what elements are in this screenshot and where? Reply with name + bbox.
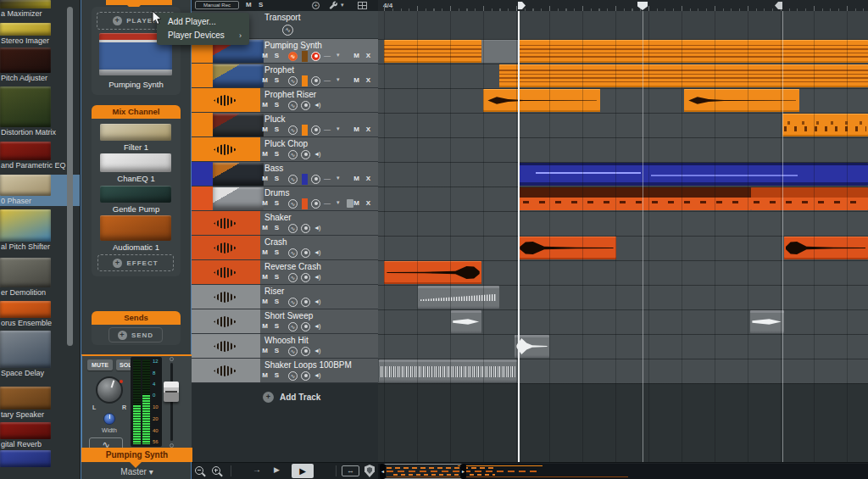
track-mute-button[interactable]: M xyxy=(259,175,270,182)
clip-orangewave[interactable] xyxy=(483,89,600,112)
record-arm-icon[interactable] xyxy=(301,371,310,381)
record-arm-icon[interactable] xyxy=(301,224,310,233)
clip-redreverse[interactable] xyxy=(384,261,481,284)
browser-item-tary-speaker[interactable]: tary Speaker xyxy=(0,387,81,420)
track-mute-button[interactable]: M xyxy=(259,125,270,133)
arrow-play-tool-icon[interactable]: ▶ xyxy=(274,465,280,474)
track-mute-button[interactable]: M xyxy=(259,371,270,379)
zoom-in-icon[interactable] xyxy=(212,466,220,475)
track-header-bass[interactable]: BassMS∿—▾MX xyxy=(192,162,378,187)
track-mute-button[interactable]: M xyxy=(259,248,270,256)
shield-icon[interactable] xyxy=(364,465,375,477)
clip-reddecay[interactable] xyxy=(784,237,868,259)
record-arm-icon[interactable] xyxy=(301,150,310,159)
add-track-button[interactable]: + Add Track xyxy=(263,391,320,403)
track-color-swatch[interactable] xyxy=(302,125,308,136)
track-mute-button[interactable]: M xyxy=(259,150,270,158)
selected-channel-banner[interactable]: Pumping Synth xyxy=(81,448,192,462)
track-color-swatch[interactable] xyxy=(302,51,308,62)
track-mute-2-button[interactable]: M xyxy=(351,125,362,133)
monitor-icon[interactable]: ∿ xyxy=(288,175,298,184)
menu-item-add-player[interactable]: Add Player... xyxy=(157,15,249,29)
track-color-swatch[interactable] xyxy=(302,75,308,86)
menu-item-player-devices[interactable]: Player Devices › xyxy=(157,29,249,42)
monitor-icon[interactable]: ∿ xyxy=(288,298,298,307)
track-solo-button[interactable]: S xyxy=(271,101,282,109)
volume-fader-track[interactable] xyxy=(170,363,173,441)
record-arm-icon[interactable] xyxy=(301,101,310,110)
track-header-pluck[interactable]: PluckMS∿—▾MX xyxy=(192,113,378,137)
routing-dash[interactable]: — xyxy=(324,175,331,182)
add-effect-button[interactable]: + EFFECT xyxy=(97,254,174,271)
browser-scrollbar[interactable] xyxy=(67,7,73,346)
track-header-pluck-chop[interactable]: Pluck ChopMS∿◄) xyxy=(192,137,378,162)
record-arm-icon[interactable] xyxy=(301,273,310,282)
clip-notes[interactable] xyxy=(518,40,868,63)
width-knob[interactable] xyxy=(103,413,115,425)
speaker-icon[interactable]: ◄) xyxy=(314,372,320,378)
speaker-icon[interactable]: ◄) xyxy=(314,249,320,255)
chaneq-device-thumbnail[interactable] xyxy=(100,153,171,172)
track-header-crash[interactable]: CrashMS∿◄) xyxy=(192,236,378,260)
monitor-icon[interactable]: ∿ xyxy=(288,273,298,282)
chevron-down-icon[interactable]: ▾ xyxy=(337,199,340,206)
track-mute-2-button[interactable]: M xyxy=(351,175,362,182)
arrow-back-tool-icon[interactable]: → xyxy=(253,465,261,474)
speaker-icon[interactable]: ◄) xyxy=(314,225,320,231)
audiomatic-device-thumbnail[interactable] xyxy=(100,215,171,241)
speaker-icon[interactable]: ◄) xyxy=(314,274,320,280)
clip-drumsB[interactable] xyxy=(751,187,868,210)
record-arm-icon[interactable] xyxy=(311,52,320,61)
speaker-icon[interactable]: ◄) xyxy=(314,298,320,304)
track-solo-button[interactable]: S xyxy=(271,125,282,133)
record-arm-icon[interactable] xyxy=(301,298,310,307)
track-close-button[interactable]: X xyxy=(363,125,374,133)
track-header-prophet[interactable]: ProphetMS∿—▾MX xyxy=(192,64,378,88)
track-mute-2-button[interactable]: M xyxy=(351,76,362,84)
mix-channel-header[interactable]: Mix Channel xyxy=(92,105,181,119)
filter-device-thumbnail[interactable] xyxy=(100,124,171,141)
beat-ruler[interactable]: 4/4 xyxy=(378,0,868,11)
manual-rec-button[interactable]: Manual Rec xyxy=(195,1,239,9)
track-mute-button[interactable]: M xyxy=(259,101,270,109)
track-solo-button[interactable]: S xyxy=(271,248,282,256)
add-icon[interactable]: + xyxy=(312,2,320,9)
track-color-swatch[interactable] xyxy=(302,198,308,209)
sends-header[interactable]: Sends xyxy=(92,311,181,325)
global-mute-button[interactable]: M xyxy=(246,1,252,8)
pointer-tool-button[interactable]: ▶ xyxy=(292,464,314,478)
monitor-icon[interactable]: ∿ xyxy=(288,150,298,159)
track-mute-2-button[interactable]: M xyxy=(351,199,362,207)
record-arm-icon[interactable] xyxy=(311,76,320,86)
chevron-down-icon[interactable]: ▾ xyxy=(337,125,340,132)
clip-greywedge[interactable] xyxy=(750,310,784,333)
track-mute-button[interactable]: M xyxy=(259,224,270,231)
zoom-out-icon[interactable] xyxy=(195,466,203,475)
chevron-down-icon[interactable]: ▾ xyxy=(337,175,340,181)
track-solo-button[interactable]: S xyxy=(271,52,282,59)
clip-drumsA[interactable] xyxy=(518,187,751,210)
track-mute-button[interactable]: M xyxy=(259,199,270,207)
volume-fader-handle[interactable] xyxy=(164,382,179,402)
clip-greynoise[interactable] xyxy=(418,286,499,309)
chevron-down-icon[interactable]: ▾ xyxy=(341,2,344,8)
browser-item-gital-reverb[interactable]: gital Reverb xyxy=(0,422,81,449)
monitor-icon[interactable]: ∿ xyxy=(288,52,298,61)
track-solo-button[interactable]: S xyxy=(271,76,282,84)
record-arm-icon[interactable] xyxy=(301,248,310,258)
track-solo-button[interactable]: S xyxy=(271,273,282,281)
clip-dots[interactable] xyxy=(782,114,868,136)
chevron-down-icon[interactable]: ▾ xyxy=(337,52,340,58)
record-arm-icon[interactable] xyxy=(311,125,320,135)
clip-bass[interactable] xyxy=(518,163,868,186)
global-solo-button[interactable]: S xyxy=(259,1,263,8)
monitor-icon[interactable]: ∿ xyxy=(288,248,298,258)
track-solo-button[interactable]: S xyxy=(271,150,282,158)
clip-notes[interactable] xyxy=(499,64,868,87)
record-arm-icon[interactable] xyxy=(301,347,310,356)
track-close-button[interactable]: X xyxy=(363,175,374,182)
routing-dash[interactable]: — xyxy=(324,52,331,59)
clip-greydense[interactable] xyxy=(379,359,517,382)
clip-greywedge[interactable] xyxy=(451,310,481,333)
track-close-button[interactable]: X xyxy=(363,76,374,84)
